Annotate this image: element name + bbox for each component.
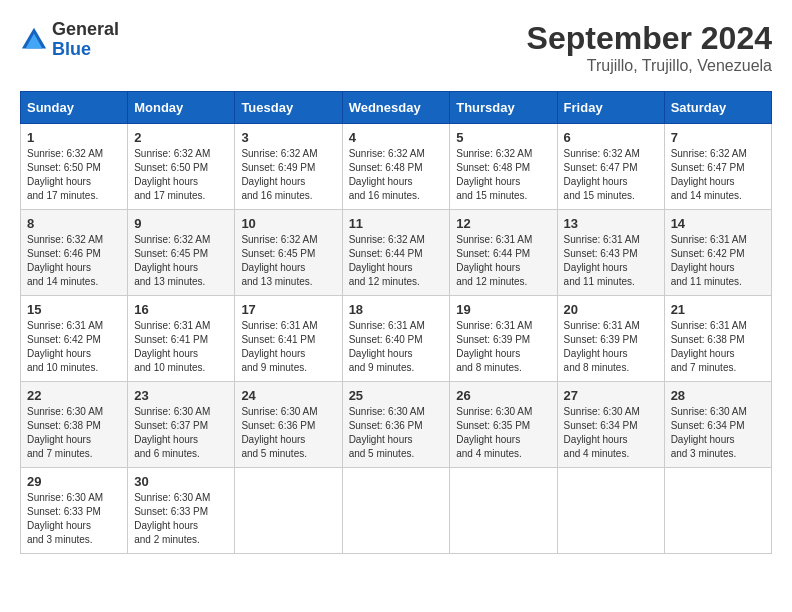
calendar-cell: 1 Sunrise: 6:32 AM Sunset: 6:50 PM Dayli… xyxy=(21,124,128,210)
calendar-week-3: 15 Sunrise: 6:31 AM Sunset: 6:42 PM Dayl… xyxy=(21,296,772,382)
calendar-cell xyxy=(557,468,664,554)
calendar-cell: 23 Sunrise: 6:30 AM Sunset: 6:37 PM Dayl… xyxy=(128,382,235,468)
calendar-cell: 28 Sunrise: 6:30 AM Sunset: 6:34 PM Dayl… xyxy=(664,382,771,468)
day-number: 9 xyxy=(134,216,228,231)
day-info: Sunrise: 6:31 AM Sunset: 6:39 PM Dayligh… xyxy=(564,319,658,375)
day-number: 26 xyxy=(456,388,550,403)
day-number: 30 xyxy=(134,474,228,489)
calendar-col-friday: Friday xyxy=(557,92,664,124)
day-info: Sunrise: 6:30 AM Sunset: 6:33 PM Dayligh… xyxy=(134,491,228,547)
logo-general: General xyxy=(52,19,119,39)
day-info: Sunrise: 6:32 AM Sunset: 6:50 PM Dayligh… xyxy=(27,147,121,203)
day-info: Sunrise: 6:32 AM Sunset: 6:49 PM Dayligh… xyxy=(241,147,335,203)
day-number: 4 xyxy=(349,130,444,145)
day-info: Sunrise: 6:31 AM Sunset: 6:41 PM Dayligh… xyxy=(134,319,228,375)
calendar-cell: 16 Sunrise: 6:31 AM Sunset: 6:41 PM Dayl… xyxy=(128,296,235,382)
calendar-cell: 29 Sunrise: 6:30 AM Sunset: 6:33 PM Dayl… xyxy=(21,468,128,554)
day-info: Sunrise: 6:31 AM Sunset: 6:42 PM Dayligh… xyxy=(27,319,121,375)
calendar-week-4: 22 Sunrise: 6:30 AM Sunset: 6:38 PM Dayl… xyxy=(21,382,772,468)
calendar-cell: 4 Sunrise: 6:32 AM Sunset: 6:48 PM Dayli… xyxy=(342,124,450,210)
day-number: 29 xyxy=(27,474,121,489)
day-number: 19 xyxy=(456,302,550,317)
calendar-cell: 20 Sunrise: 6:31 AM Sunset: 6:39 PM Dayl… xyxy=(557,296,664,382)
day-info: Sunrise: 6:30 AM Sunset: 6:33 PM Dayligh… xyxy=(27,491,121,547)
calendar-header-row: SundayMondayTuesdayWednesdayThursdayFrid… xyxy=(21,92,772,124)
calendar-cell: 26 Sunrise: 6:30 AM Sunset: 6:35 PM Dayl… xyxy=(450,382,557,468)
day-info: Sunrise: 6:30 AM Sunset: 6:36 PM Dayligh… xyxy=(241,405,335,461)
day-number: 18 xyxy=(349,302,444,317)
calendar-cell xyxy=(342,468,450,554)
calendar-cell: 15 Sunrise: 6:31 AM Sunset: 6:42 PM Dayl… xyxy=(21,296,128,382)
day-info: Sunrise: 6:32 AM Sunset: 6:45 PM Dayligh… xyxy=(241,233,335,289)
day-info: Sunrise: 6:31 AM Sunset: 6:43 PM Dayligh… xyxy=(564,233,658,289)
day-info: Sunrise: 6:32 AM Sunset: 6:48 PM Dayligh… xyxy=(349,147,444,203)
logo-text: General Blue xyxy=(52,20,119,60)
calendar-week-2: 8 Sunrise: 6:32 AM Sunset: 6:46 PM Dayli… xyxy=(21,210,772,296)
calendar-cell: 13 Sunrise: 6:31 AM Sunset: 6:43 PM Dayl… xyxy=(557,210,664,296)
day-number: 17 xyxy=(241,302,335,317)
day-number: 14 xyxy=(671,216,765,231)
calendar-cell: 10 Sunrise: 6:32 AM Sunset: 6:45 PM Dayl… xyxy=(235,210,342,296)
day-info: Sunrise: 6:32 AM Sunset: 6:47 PM Dayligh… xyxy=(564,147,658,203)
day-info: Sunrise: 6:30 AM Sunset: 6:36 PM Dayligh… xyxy=(349,405,444,461)
day-info: Sunrise: 6:32 AM Sunset: 6:45 PM Dayligh… xyxy=(134,233,228,289)
calendar-cell: 6 Sunrise: 6:32 AM Sunset: 6:47 PM Dayli… xyxy=(557,124,664,210)
calendar-cell: 11 Sunrise: 6:32 AM Sunset: 6:44 PM Dayl… xyxy=(342,210,450,296)
day-number: 5 xyxy=(456,130,550,145)
day-number: 23 xyxy=(134,388,228,403)
calendar-cell: 8 Sunrise: 6:32 AM Sunset: 6:46 PM Dayli… xyxy=(21,210,128,296)
calendar-cell: 21 Sunrise: 6:31 AM Sunset: 6:38 PM Dayl… xyxy=(664,296,771,382)
calendar-col-monday: Monday xyxy=(128,92,235,124)
day-number: 2 xyxy=(134,130,228,145)
calendar-col-sunday: Sunday xyxy=(21,92,128,124)
calendar-cell: 9 Sunrise: 6:32 AM Sunset: 6:45 PM Dayli… xyxy=(128,210,235,296)
page-header: General Blue September 2024 Trujillo, Tr… xyxy=(20,20,772,75)
day-info: Sunrise: 6:32 AM Sunset: 6:46 PM Dayligh… xyxy=(27,233,121,289)
calendar-cell: 5 Sunrise: 6:32 AM Sunset: 6:48 PM Dayli… xyxy=(450,124,557,210)
day-info: Sunrise: 6:31 AM Sunset: 6:44 PM Dayligh… xyxy=(456,233,550,289)
day-info: Sunrise: 6:32 AM Sunset: 6:44 PM Dayligh… xyxy=(349,233,444,289)
day-info: Sunrise: 6:30 AM Sunset: 6:34 PM Dayligh… xyxy=(564,405,658,461)
calendar-cell: 2 Sunrise: 6:32 AM Sunset: 6:50 PM Dayli… xyxy=(128,124,235,210)
day-number: 3 xyxy=(241,130,335,145)
calendar-week-1: 1 Sunrise: 6:32 AM Sunset: 6:50 PM Dayli… xyxy=(21,124,772,210)
logo-icon xyxy=(20,26,48,54)
calendar-cell: 24 Sunrise: 6:30 AM Sunset: 6:36 PM Dayl… xyxy=(235,382,342,468)
calendar-cell: 25 Sunrise: 6:30 AM Sunset: 6:36 PM Dayl… xyxy=(342,382,450,468)
day-info: Sunrise: 6:30 AM Sunset: 6:37 PM Dayligh… xyxy=(134,405,228,461)
calendar-table: SundayMondayTuesdayWednesdayThursdayFrid… xyxy=(20,91,772,554)
calendar-cell: 17 Sunrise: 6:31 AM Sunset: 6:41 PM Dayl… xyxy=(235,296,342,382)
calendar-week-5: 29 Sunrise: 6:30 AM Sunset: 6:33 PM Dayl… xyxy=(21,468,772,554)
day-number: 27 xyxy=(564,388,658,403)
day-info: Sunrise: 6:30 AM Sunset: 6:38 PM Dayligh… xyxy=(27,405,121,461)
day-number: 7 xyxy=(671,130,765,145)
calendar-cell: 30 Sunrise: 6:30 AM Sunset: 6:33 PM Dayl… xyxy=(128,468,235,554)
title-block: September 2024 Trujillo, Trujillo, Venez… xyxy=(527,20,772,75)
day-info: Sunrise: 6:30 AM Sunset: 6:35 PM Dayligh… xyxy=(456,405,550,461)
day-info: Sunrise: 6:32 AM Sunset: 6:48 PM Dayligh… xyxy=(456,147,550,203)
calendar-cell xyxy=(450,468,557,554)
calendar-cell: 19 Sunrise: 6:31 AM Sunset: 6:39 PM Dayl… xyxy=(450,296,557,382)
calendar-col-thursday: Thursday xyxy=(450,92,557,124)
day-number: 24 xyxy=(241,388,335,403)
day-number: 28 xyxy=(671,388,765,403)
calendar-cell: 14 Sunrise: 6:31 AM Sunset: 6:42 PM Dayl… xyxy=(664,210,771,296)
day-number: 15 xyxy=(27,302,121,317)
calendar-col-saturday: Saturday xyxy=(664,92,771,124)
day-info: Sunrise: 6:30 AM Sunset: 6:34 PM Dayligh… xyxy=(671,405,765,461)
location: Trujillo, Trujillo, Venezuela xyxy=(527,57,772,75)
day-info: Sunrise: 6:31 AM Sunset: 6:39 PM Dayligh… xyxy=(456,319,550,375)
day-number: 6 xyxy=(564,130,658,145)
day-number: 8 xyxy=(27,216,121,231)
day-info: Sunrise: 6:31 AM Sunset: 6:38 PM Dayligh… xyxy=(671,319,765,375)
day-info: Sunrise: 6:31 AM Sunset: 6:42 PM Dayligh… xyxy=(671,233,765,289)
day-info: Sunrise: 6:31 AM Sunset: 6:41 PM Dayligh… xyxy=(241,319,335,375)
calendar-col-tuesday: Tuesday xyxy=(235,92,342,124)
day-number: 20 xyxy=(564,302,658,317)
day-number: 22 xyxy=(27,388,121,403)
day-info: Sunrise: 6:31 AM Sunset: 6:40 PM Dayligh… xyxy=(349,319,444,375)
day-number: 16 xyxy=(134,302,228,317)
day-info: Sunrise: 6:32 AM Sunset: 6:47 PM Dayligh… xyxy=(671,147,765,203)
day-number: 25 xyxy=(349,388,444,403)
day-number: 12 xyxy=(456,216,550,231)
